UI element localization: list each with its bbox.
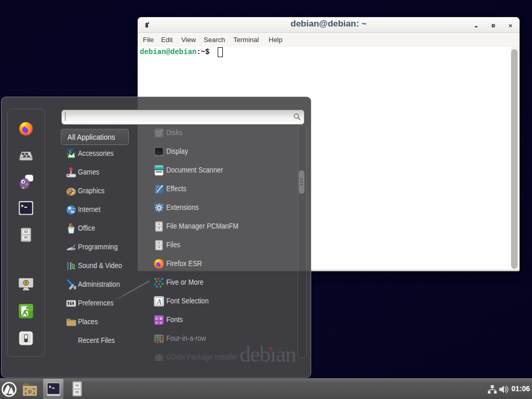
svg-text:D: D: [28, 389, 32, 394]
svg-text:a: a: [159, 320, 162, 325]
svg-text:a: a: [156, 320, 158, 325]
svg-text:A: A: [156, 298, 162, 306]
